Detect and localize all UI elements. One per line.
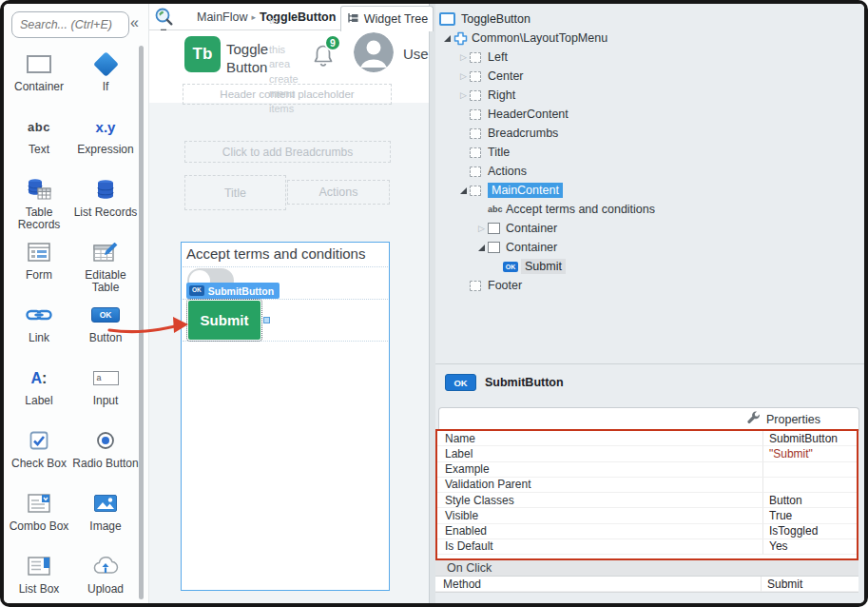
table-records-icon (27, 176, 52, 203)
property-value[interactable]: Button (762, 493, 857, 508)
tool-if[interactable]: If (72, 46, 139, 108)
tab-properties[interactable]: Properties (438, 407, 859, 431)
tree-node-container[interactable]: Container (435, 238, 864, 257)
tool-combo-box[interactable]: Combo Box (6, 485, 72, 548)
tree-node-label: Center (488, 69, 524, 83)
wrench-icon (746, 411, 761, 428)
image-icon (94, 490, 117, 517)
collapse-panel-icon[interactable]: « (130, 14, 139, 31)
tool-list-records[interactable]: List Records (72, 171, 139, 234)
tree-node-footer[interactable]: Footer (435, 276, 864, 295)
properties-table: NameSubmitButtonLabel"Submit"ExampleVali… (437, 431, 857, 555)
property-value[interactable]: True (762, 508, 857, 523)
expand-icon[interactable]: ▷ (457, 91, 470, 100)
selection-resize-handle[interactable] (263, 317, 270, 323)
collapse-icon[interactable] (475, 245, 488, 251)
tree-node-maincontent[interactable]: MainContent (435, 181, 864, 200)
collapse-icon[interactable] (441, 35, 453, 42)
toggle-label[interactable]: Accept terms and conditions (186, 245, 365, 262)
button-ok-icon: OK (445, 374, 476, 391)
tool-container[interactable]: Container (6, 46, 72, 108)
tree-node-label: Accept terms and conditions (506, 203, 655, 216)
tool-list-box[interactable]: List Box (6, 548, 72, 603)
app-window: « ContainerIfabcTextx.yExpressionTable R… (0, 0, 868, 607)
tool-input[interactable]: aInput (72, 360, 139, 422)
breadcrumbs-placeholder[interactable]: Click to add Breadcrumbs (184, 141, 391, 163)
tree-node-actions[interactable]: Actions (435, 162, 864, 181)
tree-node-common-layouttopmenu[interactable]: Common\LayoutTopMenu (435, 29, 864, 48)
check-box-icon (29, 427, 48, 454)
expand-icon[interactable]: ▷ (475, 225, 488, 233)
placeholder-icon (470, 147, 486, 158)
tool-editable-table[interactable]: Editable Table (72, 234, 139, 297)
upload-icon (92, 553, 119, 579)
canvas-scrollbar[interactable] (429, 4, 435, 603)
text-icon: abc (28, 113, 50, 140)
properties-tabbar: Properties (435, 404, 864, 431)
tool-table-records[interactable]: Table Records (6, 171, 72, 234)
property-value[interactable]: Submit (761, 577, 858, 592)
toolbox-panel: « ContainerIfabcTextx.yExpressionTable R… (4, 4, 149, 603)
tool-label: Image (89, 520, 121, 533)
ghost-word: this (269, 43, 317, 58)
property-value[interactable]: IsToggled (762, 524, 857, 539)
app-logo[interactable]: Tb (184, 36, 221, 72)
tool-label: Button (89, 332, 123, 344)
tree-node-headercontent[interactable]: HeaderContent (435, 105, 864, 124)
toolbox-grid: ContainerIfabcTextx.yExpressionTable Rec… (6, 46, 139, 603)
expression-icon: x.y (96, 113, 116, 140)
tool-label: Upload (87, 583, 124, 596)
actions-placeholder[interactable]: Actions (287, 180, 390, 205)
link-icon (26, 302, 52, 328)
tree-node-center[interactable]: ▷Center (435, 67, 864, 86)
title-placeholder[interactable]: Title (184, 175, 286, 210)
main-content-container[interactable]: Accept terms and conditions OK SubmitBut… (181, 242, 390, 591)
tree-node-label: Container (506, 241, 557, 254)
tree-node-title[interactable]: Title (435, 143, 864, 162)
tree-node-submit[interactable]: OKSubmit (435, 257, 864, 276)
property-value[interactable]: Yes (762, 539, 857, 555)
tool-form[interactable]: Form (6, 234, 72, 297)
tool-radio-button[interactable]: Radio Button (72, 422, 139, 485)
tool-upload[interactable]: Upload (72, 548, 139, 603)
tree-node-label: Right (488, 88, 515, 102)
tool-label: Container (14, 81, 64, 93)
avatar[interactable] (354, 32, 394, 72)
tree-root-togglebutton[interactable]: ToggleButton (439, 10, 530, 29)
widget-tree-panel: ToggleButton Common\LayoutTopMenu▷Left▷C… (435, 4, 864, 603)
tool-link[interactable]: Link (6, 297, 72, 360)
app-name[interactable]: Toggle Button (226, 40, 268, 76)
toolbox-scrollbar[interactable] (139, 46, 144, 599)
submit-button-widget[interactable]: Submit (188, 301, 260, 340)
tool-button[interactable]: OKButton (72, 297, 139, 360)
tree-node-container[interactable]: ▷Container (435, 219, 864, 238)
tool-expression[interactable]: x.yExpression (72, 108, 139, 171)
tool-label[interactable]: A:Label (6, 360, 72, 422)
tree-node-label: Container (506, 222, 557, 235)
expand-icon[interactable]: ▷ (457, 72, 470, 81)
tree-node-right[interactable]: ▷Right (435, 86, 864, 105)
annotation-highlight-box: NameSubmitButtonLabel"Submit"ExampleVali… (435, 429, 858, 560)
ghost-hint-text: tothisareacreatemenuitems (269, 13, 317, 116)
tool-text[interactable]: abcText (6, 108, 72, 171)
user-menu-label[interactable]: Use (403, 46, 429, 62)
tab-widget-tree[interactable]: Widget Tree (340, 6, 434, 31)
property-value[interactable]: "Submit" (762, 446, 857, 461)
tool-label: List Records (74, 206, 138, 219)
tool-image[interactable]: Image (72, 485, 139, 548)
tree-node-breadcrumbs[interactable]: Breadcrumbs (435, 124, 864, 143)
collapse-icon[interactable] (457, 187, 470, 194)
editable-table-icon (93, 239, 118, 265)
ghost-word: area (269, 57, 317, 72)
tool-label: Combo Box (10, 520, 69, 533)
tree-node-left[interactable]: ▷Left (435, 48, 864, 67)
tool-check-box[interactable]: Check Box (6, 422, 72, 485)
container-icon (488, 242, 504, 253)
property-value[interactable]: SubmitButton (762, 431, 857, 446)
search-input[interactable] (11, 11, 129, 38)
property-value[interactable] (762, 478, 857, 493)
tree-node-accept-terms-and-conditions[interactable]: abcAccept terms and conditions (435, 200, 864, 219)
property-value[interactable] (762, 462, 857, 478)
expand-icon[interactable]: ▷ (457, 53, 470, 62)
breadcrumb-flow[interactable]: MainFlow (197, 10, 248, 24)
